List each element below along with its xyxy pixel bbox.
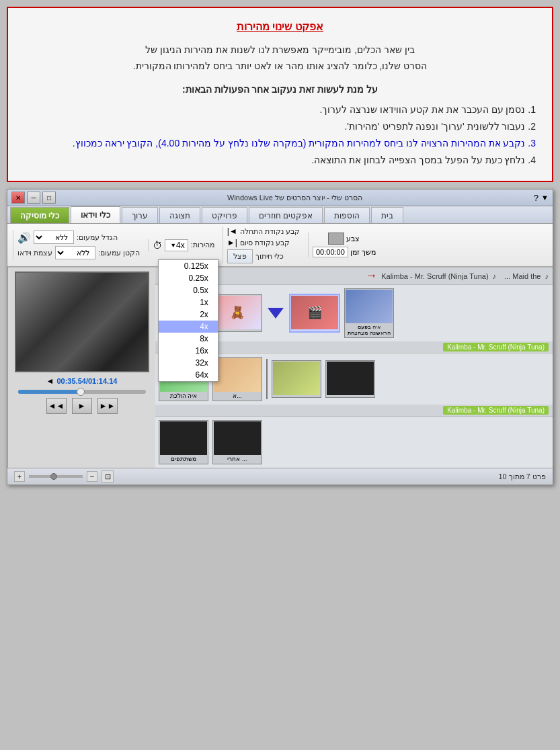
speed-dropdown[interactable]: 0.125x 0.25x 0.5x 1x 2x 4x 8x 16x 32x 64… — [158, 259, 218, 382]
clip-label-10: אחרי ... — [226, 455, 248, 463]
preview-time: 00:35.54/01:14.14 — [56, 377, 117, 385]
step-2: 2. נעבור ללשונית 'ערוך' ונפנה לתפריט 'מה… — [24, 118, 536, 135]
clip-baby[interactable]: א... — [212, 357, 262, 401]
menu-icon[interactable]: ▼ — [541, 194, 549, 202]
ribbon-tabs: כלי מוסיקה כלי וידאו ערוך תצוגה פרויקט א… — [7, 206, 553, 224]
end-point-icon: |► — [227, 238, 237, 247]
track3-header: Kalimba - Mr. Scruff (Ninja Tuna) — [155, 405, 553, 417]
music-note-icon: ♪ — [545, 272, 549, 280]
stabilize-label: עצמת וידאו — [17, 249, 52, 257]
speed-option-32[interactable]: 32x — [159, 357, 218, 369]
volume-up-dropdown[interactable]: ללא — [34, 231, 74, 244]
main-area: ♪ Maid the ... ♪ Kalimba - Mr. Scruff (N… — [7, 267, 553, 468]
track1-label: Maid the ... — [504, 272, 541, 280]
speed-dropdown-arrow: ▼ — [170, 242, 176, 249]
time-value[interactable]: 00:00:00 — [313, 247, 348, 257]
v-divider-1 — [266, 359, 268, 399]
clip-film-selected[interactable]: 🎬 — [289, 294, 340, 333]
step-1: 1. נסמן עם העכבר את את קטע הווידאו שנרצה… — [24, 101, 536, 118]
preview-play-icon: ◄ — [46, 376, 54, 386]
track3-label-icon: Kalimba - Mr. Scruff (Ninja Tuna) — [443, 406, 549, 415]
clip-dark2[interactable]: משתתפים — [159, 420, 208, 464]
clip-label-6: א... — [231, 392, 243, 400]
zoom-thumb[interactable] — [50, 473, 57, 480]
ribbon-content: הגדל עמעום: ללא 🔊 הקטן עמעום: ללא עצמת ו… — [7, 224, 553, 267]
help-icon[interactable]: ? — [534, 193, 538, 203]
instruction-intro: בין שאר הכלים, מובימייקר מאפשרת לנו לשנו… — [24, 42, 536, 75]
preview-time-row: ◄ 00:35.54/01:14.14 — [46, 376, 118, 386]
speed-option-64[interactable]: 64x — [159, 369, 218, 381]
track3-clips: משתתפים אחרי ... — [155, 417, 553, 468]
clip-thumb-film2 — [346, 290, 393, 323]
speed-option-4[interactable]: 4x — [159, 321, 218, 333]
down-arrow — [268, 308, 284, 319]
music-note-icon2: ♪ — [493, 272, 497, 280]
clip-dark[interactable] — [325, 360, 375, 398]
clip-puppet[interactable]: 🧸 — [212, 294, 262, 332]
clip-label-5: איה הולכת — [169, 392, 199, 400]
tab-edit[interactable]: ערוך — [122, 207, 158, 223]
preview-area: ◄ 00:35.54/01:14.14 ◄◄ ► ►► — [7, 267, 155, 468]
tab-home[interactable]: בית — [371, 207, 403, 223]
speed-option-025[interactable]: 0.25x — [159, 272, 218, 284]
clip-label-8 — [349, 395, 352, 397]
zoom-out-button[interactable]: − — [87, 471, 97, 482]
clip-thumb-dark — [327, 362, 374, 395]
end-point-label: קבע נקודת סיום — [240, 239, 290, 247]
tab-video-tools[interactable]: כלי וידאו — [71, 206, 120, 223]
speed-option-8[interactable]: 8x — [159, 333, 218, 345]
tab-project[interactable]: פרויקט — [202, 207, 247, 223]
speed-value-box[interactable]: 4x ▼ — [165, 239, 188, 251]
ribbon-cut-section: קבע נקודת התחלה ◄| קבע נקודת סיום |► כלי… — [223, 226, 304, 263]
preview-progress-bar[interactable] — [18, 390, 146, 394]
clip-label-4: איה בפעם הראשונה מצחצחת — [346, 323, 393, 337]
clip-thumb-baby — [214, 358, 261, 392]
preview-screen — [15, 272, 149, 372]
volume-icon: 🔊 — [17, 231, 31, 244]
instruction-title: אפקט שינוי מהירות — [24, 20, 536, 33]
preview-progress-thumb[interactable] — [77, 388, 85, 396]
ribbon-color-section: צבע משך זמן 00:00:00 — [308, 233, 380, 257]
zoom-in-button[interactable]: + — [14, 471, 25, 482]
speed-option-16[interactable]: 16x — [159, 345, 218, 357]
tab-effects[interactable]: אפקטים חוזרים — [249, 207, 323, 223]
title-bar: ✕ ─ □ הסרט שלי - יוצר הסרטים של Windows … — [7, 190, 553, 206]
clip-dark3[interactable]: אחרי ... — [212, 420, 262, 464]
color-label: צבע — [346, 235, 360, 243]
preview-controls: ◄◄ ► ►► — [46, 398, 118, 414]
color-swatch[interactable] — [328, 233, 344, 245]
volume-down-dropdown[interactable]: ללא — [55, 246, 95, 259]
preview-bw-image — [16, 273, 148, 371]
rewind-button[interactable]: ◄◄ — [46, 398, 67, 414]
tab-add[interactable]: הוספות — [324, 207, 370, 223]
track1-label2: Kalimba - Mr. Scruff (Ninja Tuna) — [381, 272, 488, 280]
speed-option-1[interactable]: 1x — [159, 296, 218, 308]
clip-kitchen[interactable] — [272, 360, 321, 398]
clip-thumb-dark2 — [160, 421, 207, 455]
fit-button[interactable]: ⊡ — [102, 470, 114, 483]
speed-option-2[interactable]: 2x — [159, 308, 218, 321]
instruction-steps: 1. נסמן עם העכבר את את קטע הווידאו שנרצה… — [24, 101, 536, 169]
maximize-button[interactable]: □ — [42, 192, 56, 204]
status-zoom: + − ⊡ — [14, 470, 114, 483]
forward-button[interactable]: ►► — [97, 398, 118, 414]
play-button[interactable]: ► — [72, 398, 92, 414]
time-label: משך זמן — [350, 248, 376, 257]
tab-view[interactable]: תצוגה — [159, 207, 200, 223]
preview-progress-fill — [18, 390, 79, 394]
split-btn[interactable]: פצל — [227, 249, 253, 263]
volume-up-label: הגדל עמעום: — [77, 233, 118, 242]
close-button[interactable]: ✕ — [11, 192, 25, 204]
speed-option-0125[interactable]: 0.125x — [159, 260, 218, 272]
speed-icon: ⏱ — [153, 240, 162, 251]
step-4: 4. נלחץ כעת על הפעל במסך הצפייה לבחון את… — [24, 152, 536, 169]
minimize-button[interactable]: ─ — [27, 192, 40, 204]
status-bar: פרט 7 מתוך 10 + − ⊡ — [7, 468, 553, 485]
step-3: 3. נקבע את המהירות הרצויה לנו ביחס למהיר… — [24, 135, 536, 152]
clip-label-3 — [313, 329, 316, 331]
clip-thumb-film: 🎬 — [291, 296, 338, 329]
speed-option-05[interactable]: 0.5x — [159, 284, 218, 296]
tab-music-tools[interactable]: כלי מוסיקה — [10, 207, 69, 223]
zoom-slider[interactable] — [29, 475, 83, 478]
clip-film2[interactable]: איה בפעם הראשונה מצחצחת — [344, 288, 394, 338]
